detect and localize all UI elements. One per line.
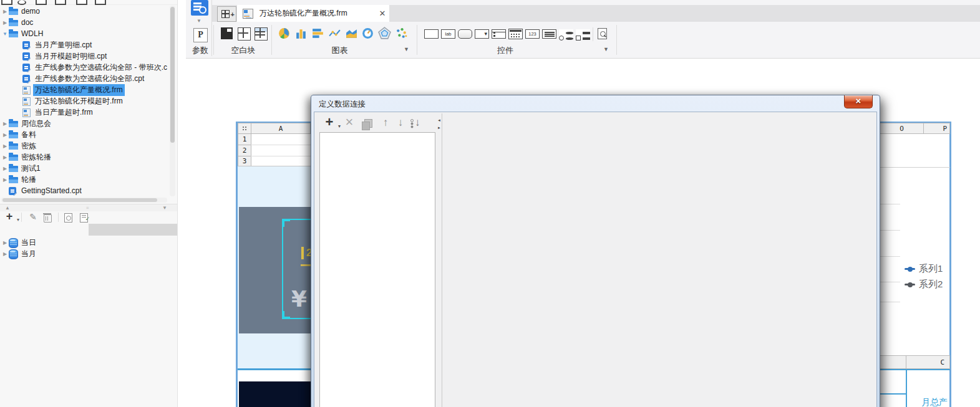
tree-item[interactable]: WDLH (0, 28, 168, 39)
define-data-connection-dialog[interactable]: 定义数据连接 (311, 95, 880, 407)
tab-active-document[interactable]: 万达轮胎硫化产量概况.frm ✕ (237, 5, 389, 22)
expand-arrow-icon[interactable] (1, 31, 9, 37)
expand-arrow-icon[interactable] (1, 9, 9, 14)
mobile-preview-icon[interactable] (598, 28, 607, 39)
dialog-splitter[interactable] (437, 113, 442, 407)
tree-item[interactable]: 周信息会 (0, 118, 168, 129)
tree-item[interactable]: 轮播 (0, 174, 168, 185)
chevron-down-icon[interactable]: ▼ (603, 46, 609, 52)
expand-arrow-icon[interactable] (1, 251, 9, 257)
scrollbar-thumb[interactable] (170, 7, 175, 143)
expand-arrow-icon[interactable] (1, 20, 9, 26)
grid-corner-cell[interactable] (238, 123, 251, 134)
pie-chart-icon[interactable] (278, 27, 291, 40)
new-template-button[interactable]: + (217, 6, 236, 22)
tree-item[interactable]: 密炼 (0, 140, 168, 151)
copy-connection-button[interactable] (364, 119, 372, 128)
dataset-item[interactable]: 当月 (0, 248, 177, 259)
delete-dataset-button[interactable] (44, 214, 52, 223)
sort-button[interactable] (409, 117, 422, 129)
legend-item-series2[interactable]: 系列2 (905, 279, 943, 290)
connection-list[interactable] (319, 132, 435, 407)
absolute-layout-block-button[interactable] (238, 27, 251, 41)
row-header-3[interactable]: 3 (238, 156, 251, 166)
add-connection-button[interactable] (323, 117, 336, 129)
move-up-button[interactable] (379, 117, 392, 129)
toolbar-icon[interactable] (1, 0, 12, 5)
scatter-chart-icon[interactable] (395, 27, 408, 40)
dashboard-card[interactable]: 2 ¥ (239, 207, 311, 333)
document-icon[interactable] (55, 0, 66, 5)
tree-item[interactable]: 生产线参数为空选硫化沟全部.cpt (0, 73, 168, 84)
preview-dataset-button[interactable] (64, 213, 72, 223)
number-widget-icon[interactable]: 123 (525, 29, 540, 39)
dataset-tab[interactable] (0, 224, 89, 236)
line-chart-icon[interactable] (328, 27, 341, 40)
column-header-p[interactable]: P (923, 123, 950, 134)
window-icon[interactable] (76, 0, 87, 5)
datepicker-widget-icon[interactable] (508, 29, 523, 39)
column-chart-icon[interactable] (294, 27, 308, 40)
textfield-widget-icon[interactable] (424, 29, 439, 39)
data-search-button[interactable] (191, 0, 208, 16)
tree-item[interactable]: 测试1 (0, 163, 168, 174)
legend-item-series1[interactable]: 系列1 (905, 263, 943, 275)
expand-arrow-icon[interactable] (1, 155, 9, 160)
gauge-chart-icon[interactable] (361, 27, 374, 40)
tree-item[interactable]: 当日产量超时.frm (0, 107, 168, 118)
dataset-tab[interactable] (89, 224, 177, 236)
navy-panel[interactable] (239, 381, 311, 407)
checkboxgroup-widget-icon[interactable] (576, 29, 590, 39)
collapse-down-icon[interactable]: ▼ (162, 205, 167, 211)
row-header-2[interactable]: 2 (238, 145, 251, 156)
tree-horizontal-scrollbar[interactable] (1, 198, 167, 203)
batch-edit-dataset-button[interactable] (80, 213, 88, 223)
radiogroup-widget-icon[interactable] (559, 29, 573, 39)
button-widget-icon[interactable] (458, 29, 472, 39)
expand-arrow-icon[interactable] (1, 166, 9, 171)
tree-item[interactable]: 当月产量明细.cpt (0, 39, 168, 50)
tree-item[interactable]: GettingStarted.cpt (0, 185, 168, 196)
tab-close-icon[interactable]: ✕ (376, 9, 389, 18)
tree-widget-icon[interactable] (492, 29, 506, 39)
label-widget-icon[interactable]: lab (441, 29, 455, 39)
tree-item[interactable]: 当月开模超时明细.cpt (0, 50, 168, 62)
tree-item[interactable]: 生产线参数为空选硫化沟全部 - 带班次.c (0, 62, 168, 73)
parameter-pane-button[interactable]: P (193, 28, 208, 42)
report-block-button[interactable] (221, 27, 233, 39)
edit-dataset-button[interactable] (27, 211, 39, 223)
tree-item[interactable]: demo (0, 6, 168, 17)
tree-item[interactable]: doc (0, 17, 168, 28)
splitter-grip-icon[interactable]: = (86, 205, 89, 211)
combobox-widget-icon[interactable] (475, 29, 489, 39)
expand-arrow-icon[interactable] (1, 177, 9, 183)
window-icon[interactable] (95, 0, 106, 5)
dataset-item[interactable]: 当日 (0, 237, 177, 248)
row-header-1[interactable]: 1 (238, 133, 251, 145)
tree-item[interactable]: 密炼轮播 (0, 151, 168, 163)
tree-vertical-scrollbar[interactable] (170, 6, 175, 196)
scrollbar-thumb[interactable] (2, 198, 157, 202)
tree-item[interactable]: 万达轮胎硫化产量概况.frm (0, 84, 168, 95)
textarea-widget-icon[interactable] (542, 29, 556, 39)
column-header-a[interactable]: A (251, 123, 311, 134)
document-icon[interactable] (36, 0, 47, 5)
column-header-o[interactable]: O (880, 123, 924, 134)
chevron-down-icon[interactable]: ▼ (404, 46, 409, 52)
dialog-close-button[interactable] (844, 95, 873, 108)
expand-arrow-icon[interactable] (1, 240, 9, 246)
expand-arrow-icon[interactable] (1, 121, 9, 127)
panel-splitter[interactable]: ▲ = ▼ (0, 204, 177, 211)
chevron-down-icon[interactable]: ▼ (196, 18, 201, 24)
refresh-icon[interactable] (17, 0, 26, 5)
tab-layout-block-button[interactable] (255, 27, 268, 41)
area-chart-icon[interactable] (345, 27, 358, 40)
expand-arrow-icon[interactable] (1, 132, 9, 138)
tree-item[interactable]: 万达轮胎硫化开模超时.frm (0, 95, 168, 107)
remove-connection-button[interactable] (343, 117, 356, 129)
move-down-button[interactable] (394, 117, 407, 129)
expand-arrow-icon[interactable] (1, 143, 9, 149)
tree-item[interactable]: 备料 (0, 129, 168, 140)
radar-chart-icon[interactable] (378, 27, 391, 40)
column-header-c[interactable]: C (878, 355, 950, 369)
